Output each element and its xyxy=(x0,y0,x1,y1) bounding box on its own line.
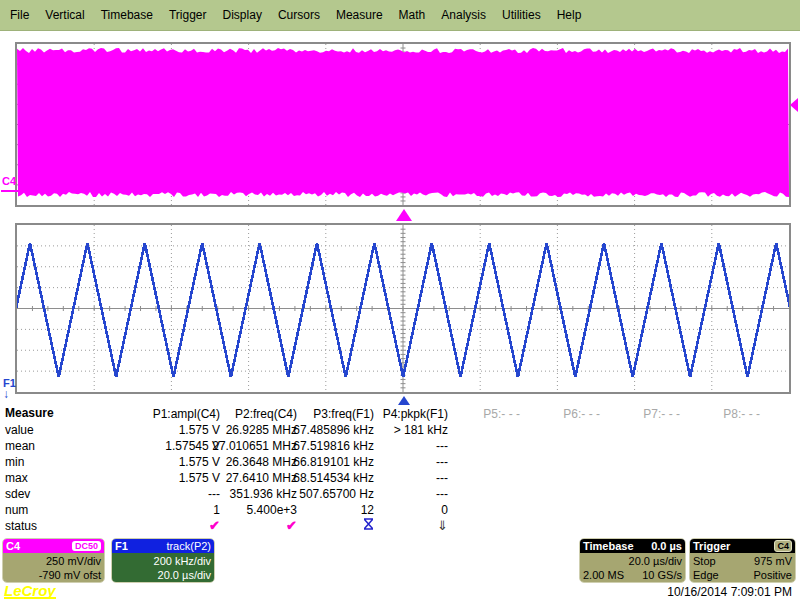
f1-function-mode: track(P2) xyxy=(166,540,211,552)
menu-bar: FileVerticalTimebaseTriggerDisplayCursor… xyxy=(0,0,800,31)
clock-timestamp: 10/16/2014 7:09:01 PM xyxy=(667,585,792,599)
c4-offset: -790 mV ofst xyxy=(39,568,101,582)
trigger-level-marker-icon[interactable] xyxy=(790,98,798,112)
f1-time-per-div: 20.0 µs/div xyxy=(158,568,211,582)
measure-col-header: P8:- - - xyxy=(640,406,760,422)
waveform-grid-c4[interactable] xyxy=(15,42,791,207)
menu-item-vertical[interactable]: Vertical xyxy=(37,8,92,22)
measure-row-label: max xyxy=(5,470,28,486)
f1-box-header: F1 track(P2) xyxy=(112,539,214,553)
menu-item-timebase[interactable]: Timebase xyxy=(93,8,161,22)
f1-box-body: 200 kHz/div 20.0 µs/div xyxy=(112,553,214,583)
measure-row-label: status xyxy=(5,518,37,534)
f1-box-title: F1 xyxy=(115,540,128,552)
waveform-grid-f1[interactable] xyxy=(15,223,791,394)
timebase-descriptor-box[interactable]: Timebase 0.0 µs 20.0 µs/div 2.00 MS 10 G… xyxy=(579,538,686,583)
measure-row-label: value xyxy=(5,422,34,438)
measure-row-label: num xyxy=(5,502,28,518)
timebase-samples: 2.00 MS xyxy=(583,568,624,582)
measure-row-label: sdev xyxy=(5,486,30,502)
menu-item-cursors[interactable]: Cursors xyxy=(270,8,328,22)
timebase-scale: 20.0 µs/div xyxy=(629,554,682,568)
trigger-source-badge: C4 xyxy=(774,540,792,552)
menu-item-measure[interactable]: Measure xyxy=(328,8,391,22)
trigger-time-marker-icon[interactable] xyxy=(396,209,412,221)
trigger-box-body: Stop 975 mV Edge Positive xyxy=(690,553,795,583)
menu-item-trigger[interactable]: Trigger xyxy=(161,8,215,22)
f1-position-marker-icon[interactable] xyxy=(398,396,410,405)
c4-box-body: 250 mV/div -790 mV ofst xyxy=(3,553,104,583)
trigger-mode: Stop xyxy=(693,554,716,568)
trigger-box-title: Trigger xyxy=(693,540,730,552)
menu-item-math[interactable]: Math xyxy=(391,8,434,22)
measure-row-label: min xyxy=(5,454,24,470)
timebase-box-body: 20.0 µs/div 2.00 MS 10 GS/s xyxy=(580,553,685,583)
c4-coupling-badge: DC50 xyxy=(72,541,101,551)
f1-waveform xyxy=(17,225,789,392)
measure-column-p8: P8:- - - xyxy=(640,406,760,538)
trigger-slope: Positive xyxy=(753,568,792,582)
measure-row-label: mean xyxy=(5,438,35,454)
c4-waveform xyxy=(17,44,789,205)
menu-item-file[interactable]: File xyxy=(2,8,37,22)
c4-descriptor-box[interactable]: C4 DC50 250 mV/div -790 mV ofst xyxy=(2,538,105,583)
channel-label-c4[interactable]: C4 xyxy=(2,175,16,187)
timebase-sample-rate: 10 GS/s xyxy=(642,568,682,582)
menu-item-help[interactable]: Help xyxy=(549,8,590,22)
c4-box-title: C4 xyxy=(6,540,20,552)
timebase-box-header: Timebase 0.0 µs xyxy=(580,539,685,553)
c4-volts-per-div: 250 mV/div xyxy=(46,554,101,568)
f1-descriptor-box[interactable]: F1 track(P2) 200 kHz/div 20.0 µs/div xyxy=(111,538,215,583)
menu-item-analysis[interactable]: Analysis xyxy=(433,8,494,22)
trigger-box-header: Trigger C4 xyxy=(690,539,795,553)
c4-ground-marker[interactable] xyxy=(1,190,19,192)
menu-item-display[interactable]: Display xyxy=(215,8,270,22)
trigger-type: Edge xyxy=(693,568,719,582)
f1-units-per-div: 200 kHz/div xyxy=(154,554,211,568)
measure-title: Measure xyxy=(5,406,54,420)
trigger-level: 975 mV xyxy=(754,554,792,568)
c4-box-header: C4 DC50 xyxy=(3,539,104,553)
timebase-offset: 0.0 µs xyxy=(651,540,682,552)
menu-item-utilities[interactable]: Utilities xyxy=(494,8,549,22)
timebase-box-title: Timebase xyxy=(583,540,634,552)
f1-offset-arrow-icon: ↓ xyxy=(3,388,9,400)
trigger-descriptor-box[interactable]: Trigger C4 Stop 975 mV Edge Positive xyxy=(689,538,796,583)
lecroy-logo: LeCroy xyxy=(4,584,56,599)
